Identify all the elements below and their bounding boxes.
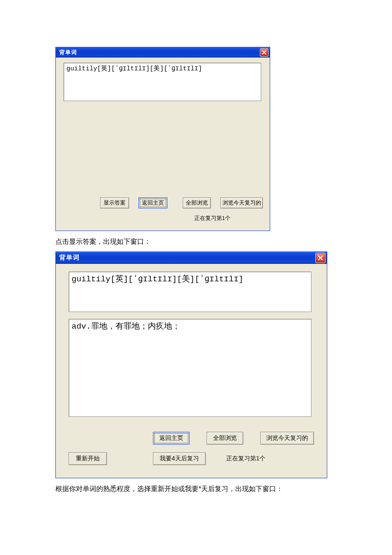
browse-all-button[interactable]: 全部浏览 [207, 432, 243, 445]
vocab-window-2: 背单词 guiltily[英][ˈɡɪltɪlɪ][美][ˈɡɪltɪlɪ] a… [55, 251, 327, 478]
question-textbox[interactable]: guiltily[英][ˈɡɪltɪlɪ][美][ˈɡɪltɪlɪ] [69, 272, 311, 312]
answer-textbox[interactable]: adv.罪地，有罪地；内疚地； [69, 319, 311, 417]
vocab-window-1: 背单词 guiltily[英][ˈɡɪltɪlɪ][美][ˈɡɪltɪlɪ] 显… [55, 47, 270, 231]
show-answer-button[interactable]: 显示答案 [100, 197, 129, 208]
question-textbox[interactable]: guiltily[英][ˈɡɪltɪlɪ][美][ˈɡɪltɪlɪ] [63, 63, 261, 101]
client-area: guiltily[英][ˈɡɪltɪlɪ][美][ˈɡɪltɪlɪ] 显示答案 … [56, 58, 270, 231]
window-title: 背单词 [59, 49, 77, 56]
status-text: 正在复习第1个 [194, 215, 231, 222]
titlebar[interactable]: 背单词 [56, 252, 327, 264]
close-icon[interactable] [260, 48, 268, 57]
restart-button[interactable]: 重新开始 [69, 452, 107, 465]
titlebar[interactable]: 背单词 [56, 47, 270, 58]
status-text: 正在复习第1个 [226, 455, 265, 462]
browse-today-button[interactable]: 浏览今天复习的 [260, 432, 314, 445]
caption-1: 点击显示答案，出现如下窗口： [55, 236, 337, 247]
window-title: 背单词 [59, 254, 80, 262]
browse-all-button[interactable]: 全部浏览 [183, 197, 211, 208]
back-home-button[interactable]: 返回主页 [138, 197, 167, 208]
browse-today-button[interactable]: 浏览今天复习的 [220, 197, 263, 208]
client-area: guiltily[英][ˈɡɪltɪlɪ][美][ˈɡɪltɪlɪ] adv.罪… [56, 264, 327, 478]
review-later-button[interactable]: 我要4天后复习 [153, 452, 206, 465]
caption-2: 根据你对单词的熟悉程度，选择重新开始或我要*天后复习，出现如下窗口： [55, 483, 337, 494]
close-icon[interactable] [315, 253, 326, 263]
back-home-button[interactable]: 返回主页 [153, 432, 190, 445]
